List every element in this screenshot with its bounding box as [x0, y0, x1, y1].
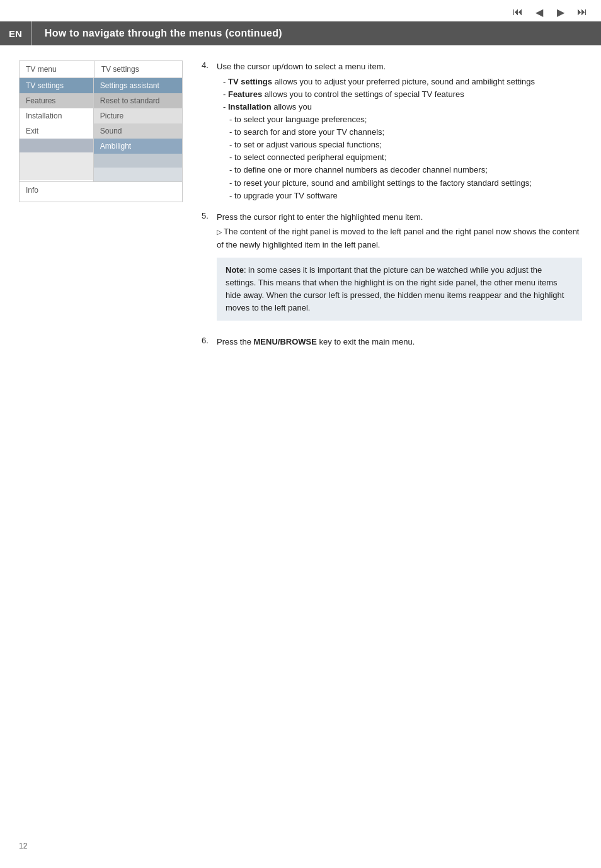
step-5-intro: Press the cursor right to enter the high…	[217, 211, 582, 224]
step-4-sub-9: to reset your picture, sound and ambilig…	[217, 177, 582, 190]
instruction-list: 4. Use the cursor up/down to select a me…	[202, 60, 582, 351]
menu-empty-3	[20, 166, 93, 180]
step-4-sub-5: to search for and store your TV channels…	[217, 126, 582, 139]
step-4: 4. Use the cursor up/down to select a me…	[202, 60, 582, 202]
menu-empty-right-1	[94, 154, 182, 168]
tv-menu-right-col: Settings assistant Reset to standard Pic…	[94, 78, 182, 181]
header-bar: EN How to navigate through the menus (co…	[0, 21, 601, 45]
step-4-sub-1: TV settings allows you to adjust your pr…	[217, 76, 582, 88]
skip-back-icon[interactable]: ⏮	[509, 5, 527, 19]
tv-menu-rows: TV settings Features Installation Exit S…	[20, 78, 182, 181]
note-label: Note	[226, 265, 244, 275]
menu-item-ambilight[interactable]: Ambilight	[94, 139, 182, 154]
step-6-text: Press the MENU/BROWSE key to exit the ma…	[217, 336, 582, 348]
page-title: How to navigate through the menus (conti…	[32, 28, 282, 39]
step-4-sub-4: to select your language preferences;	[217, 113, 582, 126]
menu-item-exit[interactable]: Exit	[20, 123, 93, 139]
step-4-sublist: TV settings allows you to adjust your pr…	[217, 76, 582, 202]
next-icon[interactable]: ▶	[552, 5, 570, 19]
step-5: 5. Press the cursor right to enter the h…	[202, 211, 582, 327]
menu-item-features[interactable]: Features	[20, 93, 93, 108]
tv-menu-info: Info	[20, 181, 182, 202]
step-6: 6. Press the MENU/BROWSE key to exit the…	[202, 336, 582, 351]
note-box: Note: in some cases it is important that…	[217, 258, 582, 321]
menu-item-tv-settings[interactable]: TV settings	[20, 78, 93, 93]
page-number: 12	[19, 842, 27, 850]
skip-forward-icon[interactable]: ⏭	[573, 5, 591, 19]
menu-item-installation[interactable]: Installation	[20, 108, 93, 123]
step-6-number: 6.	[202, 336, 213, 351]
menu-item-picture[interactable]: Picture	[94, 108, 182, 123]
step-4-sub-3: Installation allows you	[217, 101, 582, 113]
step-5-content: Press the cursor right to enter the high…	[217, 211, 582, 327]
col-title-left: TV menu	[20, 61, 94, 77]
step-4-sub-8: to define one or more channel numbers as…	[217, 164, 582, 176]
step-4-number: 4.	[202, 60, 213, 202]
tv-menu-panel: TV menu TV settings TV settings Features…	[19, 60, 183, 202]
tv-menu-header: TV menu TV settings	[20, 61, 182, 78]
step-4-sub-7: to select connected peripheral equipment…	[217, 151, 582, 164]
prev-icon[interactable]: ◀	[530, 5, 548, 19]
step-5-sublist: The content of the right panel is moved …	[217, 226, 582, 251]
col-title-right: TV settings	[94, 61, 182, 77]
step-5-number: 5.	[202, 211, 213, 327]
menu-item-settings-assistant[interactable]: Settings assistant	[94, 78, 182, 93]
menu-item-reset[interactable]: Reset to standard	[94, 93, 182, 108]
menu-empty-2	[20, 152, 93, 166]
lang-badge: EN	[0, 21, 32, 45]
menu-empty-1	[20, 139, 93, 152]
step-4-intro: Use the cursor up/down to select a menu …	[217, 60, 582, 73]
right-content: 4. Use the cursor up/down to select a me…	[202, 60, 582, 360]
menu-empty-right-2	[94, 168, 182, 181]
top-nav: ⏮ ◀ ▶ ⏭	[0, 0, 601, 21]
step-4-sub-6: to set or adjust various special functio…	[217, 139, 582, 151]
menu-item-sound[interactable]: Sound	[94, 123, 182, 139]
step-6-content: Press the MENU/BROWSE key to exit the ma…	[217, 336, 582, 351]
note-text: : in some cases it is important that the…	[226, 265, 564, 312]
step-4-sub-2: Features allows you to control the setti…	[217, 88, 582, 101]
tv-menu-left-col: TV settings Features Installation Exit	[20, 78, 94, 181]
step-4-content: Use the cursor up/down to select a menu …	[217, 60, 582, 202]
step-5-arrow-1: The content of the right panel is moved …	[217, 226, 582, 251]
content-area: TV menu TV settings TV settings Features…	[0, 60, 601, 360]
step-4-sub-10: to upgrade your TV software	[217, 190, 582, 202]
